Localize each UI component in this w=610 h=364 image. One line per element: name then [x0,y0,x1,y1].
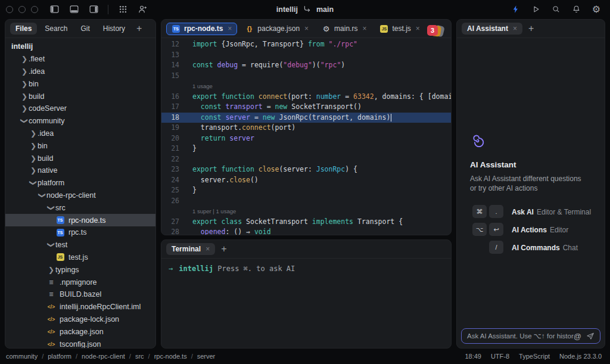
breadcrumb-community[interactable]: community [6,353,38,360]
tree-item-build[interactable]: ❯build [5,152,155,164]
breadcrumb-rpc-node.ts[interactable]: rpc-node.ts [154,353,187,360]
add-sidebar-tab-button[interactable]: + [133,23,145,34]
chevron-right-icon[interactable]: ❯ [29,129,38,138]
status-language[interactable]: TypeScript [519,353,550,360]
tree-item-rpc-node.ts[interactable]: TSrpc-node.ts [5,214,155,226]
code-line-22[interactable]: 22 [161,154,451,165]
close-tab-icon[interactable]: × [416,24,420,33]
sidebar-tab-files[interactable]: Files [10,23,37,35]
breadcrumb-platform[interactable]: platform [48,353,71,360]
code-line-24[interactable]: 24 server.close() [161,175,451,186]
ai-lightning-icon[interactable] [509,3,522,16]
chevron-right-icon[interactable]: ❯ [20,67,29,76]
code-line-12[interactable]: 12import {JsonRpc, Transport} from "./rp… [161,39,451,50]
chevron-down-icon[interactable]: ❯ [29,179,38,187]
tree-item-src[interactable]: ❯src [5,201,155,214]
tree-item-codeserver[interactable]: ❯codeServer [5,102,155,115]
chevron-down-icon[interactable]: ❯ [47,204,55,212]
chevron-down-icon[interactable]: ❯ [38,191,46,200]
new-ai-chat-button[interactable]: + [525,23,537,34]
tree-item-build[interactable]: ❯build [5,90,155,102]
code-line-23[interactable]: 23export function close(server: JsonRpc)… [161,164,451,175]
tree-item-bin[interactable]: ❯bin [5,77,155,90]
code-line-13[interactable]: 13 [161,50,451,61]
code-line-26[interactable]: 26 [161,196,451,207]
code-editor[interactable]: 12import {JsonRpc, Transport} from "./rp… [161,38,451,235]
send-message-icon[interactable] [586,332,595,340]
close-ai-assistant-tab-icon[interactable]: × [513,24,517,33]
close-tab-icon[interactable]: × [304,24,309,33]
zoom-window-button[interactable] [31,6,38,13]
code-line-16[interactable]: 16export function connect(port: number =… [161,92,451,102]
chevron-down-icon[interactable]: ❯ [20,117,29,125]
tree-item-intellij.noderpcclient.iml[interactable]: </>intellij.nodeRpcClient.iml [5,301,155,313]
code-line-19[interactable]: 19 transport.connect(port) [161,123,451,133]
tree-item-test.js[interactable]: JStest.js [5,251,155,264]
tree-item-native[interactable]: ❯native [5,164,155,177]
tree-item-platform[interactable]: ❯platform [5,177,155,189]
terminal-tab[interactable]: Terminal × [166,243,215,255]
tree-item-package-lock.json[interactable]: </>package-lock.json [5,313,155,326]
tree-item-.idea[interactable]: ❯.idea [5,127,155,140]
mention-at-icon[interactable]: @ [574,332,581,341]
git-branch-name[interactable]: main [316,5,334,14]
status-runtime[interactable]: Node.js 23.3.0 [559,353,602,360]
toggle-left-panel-icon[interactable] [48,3,61,16]
tree-item-tsconfig.json[interactable]: </>tsconfig.json [5,338,155,349]
chevron-right-icon[interactable]: ❯ [29,166,38,175]
code-line-15[interactable]: 15 [161,71,451,82]
close-window-button[interactable] [6,6,13,13]
minimize-window-button[interactable] [18,6,26,13]
ai-assistant-tab[interactable]: AI Assistant × [462,23,522,35]
code-line-18[interactable]: 18 const server = new JsonRpc(transport,… [161,113,451,123]
usage-hint-row[interactable]: 1 usage [161,81,451,92]
sidebar-tab-history[interactable]: History [98,23,130,35]
project-name[interactable]: intellij [276,5,298,14]
code-line-17[interactable]: 17 const transport = new SocketTransport… [161,102,451,113]
editor-tab-rpc-node-ts[interactable]: TSrpc-node.ts× [166,23,237,35]
code-line-27[interactable]: 27export class SocketTransport implement… [161,217,451,228]
breadcrumb-server[interactable]: server [197,353,216,360]
close-tab-icon[interactable]: × [362,24,366,33]
code-line-14[interactable]: 14const debug = require("debug")("rpc") [161,60,451,71]
breadcrumb-node-rpc-client[interactable]: node-rpc-client [82,353,125,360]
editor-tab-main-rs[interactable]: ⚙main.rs× [316,23,372,35]
tree-item-.npmignore[interactable]: ≡.npmignore [5,276,155,288]
tree-item-.idea[interactable]: ❯.idea [5,66,155,78]
tree-item-build.bazel[interactable]: ≡BUILD.bazel [5,288,155,301]
chevron-right-icon[interactable]: ❯ [29,154,38,163]
add-user-icon[interactable] [136,3,149,16]
tree-item-intellij[interactable]: intellij [5,41,155,53]
editor-tab-package-json[interactable]: {}package.json× [239,23,314,35]
chevron-right-icon[interactable]: ❯ [20,80,29,88]
close-tab-icon[interactable]: × [228,24,232,33]
run-icon[interactable] [529,3,542,16]
chevron-down-icon[interactable]: ❯ [47,241,55,249]
chevron-right-icon[interactable]: ❯ [47,266,55,274]
inspection-widget[interactable]: 3 [424,25,444,38]
toggle-bottom-panel-icon[interactable] [67,3,80,16]
toggle-right-panel-icon[interactable] [87,3,100,16]
search-icon[interactable] [549,3,562,16]
tree-item-rpc.ts[interactable]: TSrpc.ts [5,226,155,239]
error-count-badge[interactable]: 3 [427,25,438,36]
code-line-20[interactable]: 20 return server [161,133,451,144]
tree-item-package.json[interactable]: </>package.json [5,325,155,338]
close-terminal-tab-icon[interactable]: × [206,245,210,253]
tool-windows-grid-icon[interactable] [116,3,129,16]
tree-item-node-rpc-client[interactable]: ❯node-rpc-client [5,189,155,202]
chevron-right-icon[interactable]: ❯ [20,92,29,101]
usage-hint-row[interactable]: 1 super | 1 usage [161,206,451,217]
breadcrumb-src[interactable]: src [135,353,144,360]
terminal-output[interactable]: →intellij Press ⌘. to ask AI [161,259,451,279]
ai-chat-input[interactable]: Ask AI Assistant. Use ⌥↑ for history. @ [461,328,600,344]
tree-item-typings[interactable]: ❯typings [5,263,155,276]
code-line-28[interactable]: 28 opened: () ⇒ void [161,227,451,235]
tree-item-community[interactable]: ❯community [5,115,155,127]
tree-item-test[interactable]: ❯test [5,239,155,251]
code-line-21[interactable]: 21} [161,144,451,154]
notifications-bell-icon[interactable] [569,3,583,16]
new-terminal-tab-button[interactable]: + [217,244,230,254]
sidebar-tab-git[interactable]: Git [75,23,95,35]
tree-item-.fleet[interactable]: ❯.fleet [5,53,155,66]
